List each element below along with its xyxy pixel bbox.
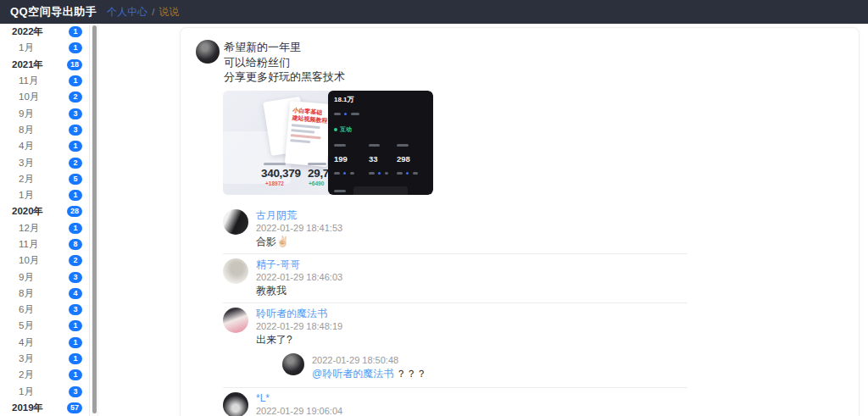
commenter-name[interactable]: 古月阴荒 — [256, 209, 687, 221]
post-image-attachment[interactable]: 小白零基础 建站视频教程 340,379 +18972 29,7 +6490 1… — [223, 91, 433, 195]
count-badge: 1 — [69, 223, 82, 234]
sidebar-item-9-month[interactable]: 9月3 — [0, 269, 89, 285]
sidebar-item-2-month[interactable]: 2月1 — [0, 367, 89, 383]
commenter-name[interactable]: 精子-哥哥 — [256, 258, 687, 270]
count-badge: 3 — [69, 386, 82, 397]
sidebar-item-label: 2019年 — [0, 402, 43, 414]
sidebar-item-10-month[interactable]: 10月2 — [0, 252, 89, 269]
count-badge: 1 — [69, 75, 82, 86]
sidebar-item-label: 2020年 — [0, 205, 43, 218]
breadcrumb-separator: / — [152, 7, 154, 17]
sidebar-item-2019-year[interactable]: 2019年57 — [0, 400, 89, 416]
stat-value: 298 — [397, 154, 427, 164]
floating-card: 小白零基础 建站视频教程 — [285, 100, 330, 166]
sidebar-item-4-month[interactable]: 4月1 — [0, 138, 89, 154]
sidebar-item-label: 9月 — [0, 271, 34, 284]
comment-timestamp: 2022-01-29 18:46:03 — [256, 271, 687, 283]
sidebar-item-label: 10月 — [0, 254, 39, 267]
count-badge: 3 — [69, 304, 82, 315]
stat-value: 199 — [334, 154, 369, 164]
metric-delta: +18972 — [265, 180, 284, 186]
sidebar-item-8-month[interactable]: 8月4 — [0, 286, 89, 302]
sidebar-item-label: 3月 — [0, 157, 34, 169]
commenter-name[interactable]: *L* — [256, 392, 687, 404]
sidebar-item-3-month[interactable]: 3月2 — [0, 154, 89, 170]
sidebar-scrollbar-thumb[interactable] — [92, 25, 97, 413]
comment-text: 教教我 — [256, 285, 687, 297]
sidebar-item-8-month[interactable]: 8月3 — [0, 122, 89, 138]
green-dot-icon — [334, 128, 337, 131]
count-badge: 1 — [69, 369, 82, 380]
post-line: 可以给粉丝们 — [224, 55, 345, 70]
mention-link[interactable]: @聆听者的魔法书 — [312, 368, 393, 380]
count-badge: 1 — [69, 190, 82, 201]
stat-item: 298 — [397, 137, 427, 180]
metric-label-bar — [264, 163, 286, 165]
sidebar-item-label: 11月 — [0, 75, 38, 87]
sidebar-item-1-month[interactable]: 1月3 — [0, 384, 89, 400]
sidebar-item-label: 8月 — [0, 124, 34, 136]
sidebar-item-1-month[interactable]: 1月1 — [0, 187, 89, 203]
stat-item: 199 — [334, 137, 369, 180]
sidebar-item-label: 3月 — [0, 352, 34, 365]
sidebar-item-11-month[interactable]: 11月8 — [0, 236, 89, 252]
sidebar-item-2021-year[interactable]: 2021年18 — [0, 57, 89, 73]
sidebar-item-label: 6月 — [0, 303, 34, 316]
sidebar-item-2-month[interactable]: 2月5 — [0, 171, 89, 187]
nav-user-center[interactable]: 个人中心 — [107, 5, 147, 19]
sidebar-item-10-month[interactable]: 10月2 — [0, 89, 89, 105]
count-badge: 2 — [69, 255, 82, 266]
sidebar-item-6-month[interactable]: 6月3 — [0, 302, 89, 318]
sidebar-item-label: 2022年 — [0, 25, 43, 38]
comment-text: 合影✌🏻 — [256, 236, 687, 248]
commenter-avatar — [223, 209, 248, 235]
count-badge: 1 — [69, 26, 82, 37]
sidebar-item-2020-year[interactable]: 2020年28 — [0, 203, 89, 219]
chart-tooltip — [353, 186, 408, 195]
commenter-avatar — [223, 308, 248, 333]
sidebar-item-12-month[interactable]: 12月1 — [0, 220, 89, 236]
comment-body: 古月阴荒2022-01-29 18:41:53合影✌🏻 — [256, 209, 687, 248]
sidebar-item-2022-year[interactable]: 2022年1 — [0, 24, 89, 40]
count-badge: 5 — [69, 174, 82, 185]
sidebar-item-label: 2月 — [0, 369, 34, 381]
count-badge: 4 — [69, 288, 82, 299]
count-badge: 8 — [69, 239, 82, 250]
sidebar-item-3-month[interactable]: 3月1 — [0, 351, 89, 367]
comment-timestamp: 2022-01-29 18:48:19 — [256, 320, 687, 332]
sidebar-item-11-month[interactable]: 11月1 — [0, 73, 89, 89]
sidebar-item-label: 11月 — [0, 238, 38, 251]
sidebar-item-label: 9月 — [0, 108, 34, 120]
reply-timestamp: 2022-01-29 18:50:48 — [312, 354, 687, 366]
sidebar-item-9-month[interactable]: 9月3 — [0, 105, 89, 121]
sidebar-scrollbar[interactable] — [89, 24, 98, 416]
count-badge: 1 — [69, 141, 82, 152]
comment-body: 精子-哥哥2022-01-29 18:46:03教教我 — [256, 258, 687, 297]
commenter-name[interactable]: 聆听者的魔法书 — [256, 308, 687, 319]
app-title: QQ空间导出助手 — [10, 4, 97, 19]
sidebar-item-4-month[interactable]: 4月1 — [0, 335, 89, 351]
nav-shuoshuo[interactable]: 说说 — [159, 5, 179, 19]
interaction-section: 互动 — [334, 125, 427, 134]
comment-body: 聆听者的魔法书2022-01-29 18:48:19出来了?2022-01-29… — [256, 308, 687, 382]
sidebar-item-label: 4月 — [0, 140, 34, 153]
post-card: 希望新的一年里 可以给粉丝们 分享更多好玩的黑客技术 小白零基础 建站视频教程 — [180, 27, 860, 416]
card-text-bar — [291, 134, 321, 139]
sidebar-item-label: 2021年 — [0, 58, 43, 71]
sidebar-item-1-month[interactable]: 1月1 — [0, 40, 89, 56]
post-line: 分享更多好玩的黑客技术 — [224, 69, 345, 85]
archive-sidebar: 2022年11月12021年1811月110月29月38月34月13月22月51… — [0, 24, 89, 416]
reply-body: 2022-01-29 18:50:48@聆听者的魔法书 ？？？ — [312, 353, 687, 380]
count-badge: 2 — [69, 158, 82, 169]
qzone-export-app: QQ空间导出助手 个人中心 / 说说 2022年11月12021年1811月11… — [0, 0, 868, 416]
metric-label-bar — [308, 163, 326, 165]
sidebar-item-5-month[interactable]: 5月1 — [0, 318, 89, 334]
comment-body: *L*2022-01-29 19:06:04牛啊 — [256, 392, 687, 416]
comment-item: *L*2022-01-29 19:06:04牛啊 — [223, 388, 687, 416]
comment-item: 古月阴荒2022-01-29 18:41:53合影✌🏻 — [223, 205, 687, 254]
comment-reply: 2022-01-29 18:50:48@聆听者的魔法书 ？？？ — [282, 353, 687, 380]
count-badge: 3 — [69, 272, 82, 283]
sidebar-item-label: 2月 — [0, 173, 34, 186]
reply-author-avatar — [282, 353, 304, 375]
count-badge: 3 — [69, 108, 82, 119]
